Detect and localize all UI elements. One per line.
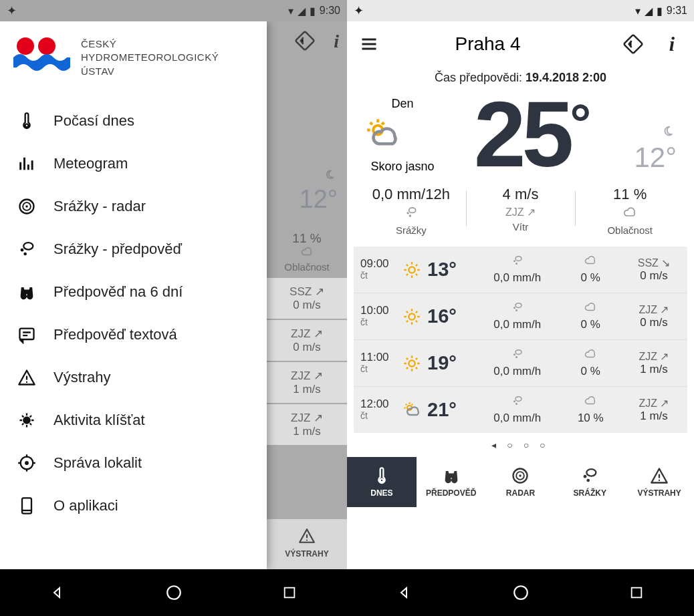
nav-home-button[interactable] bbox=[511, 583, 531, 603]
svg-point-15 bbox=[17, 37, 34, 55]
rain-icon bbox=[16, 240, 37, 259]
hour-weather-icon bbox=[400, 261, 427, 279]
nav-home-button[interactable] bbox=[164, 583, 184, 603]
binoculars-icon bbox=[16, 283, 37, 301]
hour-weather-icon bbox=[400, 401, 427, 420]
wifi-icon: ▾ bbox=[288, 5, 294, 17]
rotate-icon bbox=[295, 31, 315, 51]
background-wind-row: ZJZ ↗1 m/s bbox=[267, 404, 347, 445]
android-navbar bbox=[347, 569, 694, 616]
moon-icon bbox=[320, 168, 338, 182]
drawer-item-label: Počasí dnes bbox=[53, 112, 134, 130]
hourly-row[interactable]: 11:00čt 19° 0,0 mm/h 0 % ZJZ ↗1 m/s bbox=[354, 339, 687, 386]
hour-wind: ZJZ ↗0 m/s bbox=[627, 303, 681, 329]
tab-radar[interactable]: RADAR bbox=[486, 457, 556, 507]
hour-time: 10:00čt bbox=[360, 305, 400, 327]
hour-precip: 0,0 mm/h bbox=[481, 395, 554, 425]
tab-srážky[interactable]: SRÁŽKY bbox=[555, 457, 624, 507]
background-tab-peek: VÝSTRAHY bbox=[267, 519, 347, 569]
nav-back-button[interactable] bbox=[48, 583, 68, 603]
rotate-button[interactable] bbox=[622, 34, 645, 54]
hour-precip: 0,0 mm/h bbox=[481, 348, 554, 378]
hour-cloud: 0 % bbox=[554, 348, 628, 378]
menu-button[interactable] bbox=[358, 35, 380, 53]
tab-label: RADAR bbox=[506, 488, 535, 498]
app-bar: Praha 4 i bbox=[347, 21, 694, 67]
drawer-item-label: Předpověď textová bbox=[53, 326, 177, 343]
hour-temperature: 21° bbox=[427, 399, 481, 421]
drawer-item[interactable]: O aplikaci bbox=[0, 484, 267, 527]
hour-wind: ZJZ ↗1 m/s bbox=[627, 397, 681, 423]
background-peek: 12° 11 % Oblačnost SSZ ↗0 m/sZJZ ↗0 m/sZ… bbox=[267, 168, 347, 446]
tab-label: VÝSTRAHY bbox=[637, 488, 681, 498]
binoculars-icon bbox=[442, 466, 461, 485]
drawer-item[interactable]: Správa lokalit bbox=[0, 442, 267, 484]
tab-výstrahy[interactable]: VÝSTRAHY bbox=[624, 457, 694, 507]
rain-icon bbox=[580, 466, 599, 485]
warning-icon bbox=[16, 368, 37, 387]
tab-label: PŘEDPOVĚĎ bbox=[426, 488, 476, 498]
hourly-row[interactable]: 09:00čt 13° 0,0 mm/h 0 % SSZ ↘0 m/s bbox=[354, 247, 687, 293]
battery-icon: ▮ bbox=[310, 5, 316, 17]
status-bar: ✦ ▾ ◢ ▮ 9:31 bbox=[347, 0, 694, 21]
hourly-row[interactable]: 12:00čt 21° 0,0 mm/h 10 % ZJZ ↗1 m/s bbox=[354, 386, 687, 433]
signal-icon: ◢ bbox=[298, 5, 306, 17]
hour-time: 12:00čt bbox=[360, 398, 400, 421]
night-temperature: 12° bbox=[615, 142, 677, 174]
moon-icon bbox=[658, 124, 677, 139]
drawer-item-label: Srážky - radar bbox=[53, 198, 146, 215]
svg-point-19 bbox=[514, 586, 528, 599]
hour-cloud: 10 % bbox=[554, 395, 628, 425]
thermometer-icon bbox=[16, 112, 37, 130]
hour-time: 09:00čt bbox=[360, 258, 400, 281]
hourly-row[interactable]: 10:00čt 16° 0,0 mm/h 0 % ZJZ ↗0 m/s bbox=[354, 293, 687, 339]
hour-precip: 0,0 mm/h bbox=[481, 301, 554, 331]
drawer-item[interactable]: Předpověď na 6 dní bbox=[0, 271, 267, 313]
hour-cloud: 0 % bbox=[554, 301, 628, 331]
tab-label: DNES bbox=[370, 488, 392, 498]
current-temperature: 25° bbox=[446, 94, 615, 174]
tab-dnes[interactable]: DNES bbox=[347, 457, 417, 507]
hour-precip: 0,0 mm/h bbox=[481, 255, 554, 285]
hour-temperature: 16° bbox=[427, 305, 481, 327]
svg-point-16 bbox=[38, 37, 55, 55]
hour-weather-icon bbox=[400, 354, 427, 373]
chmu-logo-icon bbox=[13, 37, 70, 74]
metric: 4 m/sZJZ ↗Vítr bbox=[466, 186, 576, 236]
radar-icon bbox=[16, 197, 37, 216]
drawer-item[interactable]: Srážky - radar bbox=[0, 185, 267, 228]
tab-předpověď[interactable]: PŘEDPOVĚĎ bbox=[417, 457, 486, 507]
hour-temperature: 13° bbox=[427, 259, 481, 281]
info-button[interactable]: i bbox=[661, 33, 683, 55]
drawer-item[interactable]: Srážky - předpověď bbox=[0, 228, 267, 271]
drawer-item[interactable]: Počasí dnes bbox=[0, 100, 267, 142]
drawer-item-label: Výstrahy bbox=[53, 369, 111, 386]
hourly-forecast-list[interactable]: 09:00čt 13° 0,0 mm/h 0 % SSZ ↘0 m/s 10:0… bbox=[354, 247, 687, 433]
nav-back-button[interactable] bbox=[395, 583, 415, 603]
navigation-drawer: ČESKÝ HYDROMETEOROLOGICKÝ ÚSTAV Počasí d… bbox=[0, 21, 267, 569]
weather-suncloud-icon bbox=[359, 116, 406, 153]
android-navbar bbox=[0, 569, 347, 616]
cloud-icon bbox=[299, 246, 315, 258]
warning-icon bbox=[650, 466, 669, 485]
battery-icon: ▮ bbox=[657, 5, 663, 17]
drawer-item[interactable]: Meteogram bbox=[0, 142, 267, 185]
hour-time: 11:00čt bbox=[360, 351, 400, 374]
background-wind-row: ZJZ ↗1 m/s bbox=[267, 362, 347, 403]
drawer-item[interactable]: Předpověď textová bbox=[0, 313, 267, 356]
info-icon: i bbox=[334, 31, 339, 52]
location-title[interactable]: Praha 4 bbox=[396, 33, 606, 55]
svg-rect-20 bbox=[631, 588, 641, 598]
hour-weather-icon bbox=[400, 307, 427, 326]
drawer-menu-list: Počasí dnesMeteogramSrážky - radarSrážky… bbox=[0, 100, 267, 569]
drawer-item[interactable]: Aktivita klíšťat bbox=[0, 399, 267, 442]
drawer-header: ČESKÝ HYDROMETEOROLOGICKÝ ÚSTAV bbox=[0, 21, 267, 100]
nav-recent-button[interactable] bbox=[626, 583, 647, 603]
metrics-row: 0,0 mm/12hSrážky4 m/sZJZ ↗Vítr11 %Oblačn… bbox=[347, 179, 694, 240]
os-logo-icon: ✦ bbox=[354, 3, 364, 18]
page-indicator[interactable]: ◂ ○ ○ ○ bbox=[347, 433, 694, 457]
drawer-item-label: Meteogram bbox=[53, 155, 128, 172]
drawer-item[interactable]: Výstrahy bbox=[0, 356, 267, 399]
nav-recent-button[interactable] bbox=[279, 583, 300, 603]
day-label: Den bbox=[359, 97, 446, 111]
